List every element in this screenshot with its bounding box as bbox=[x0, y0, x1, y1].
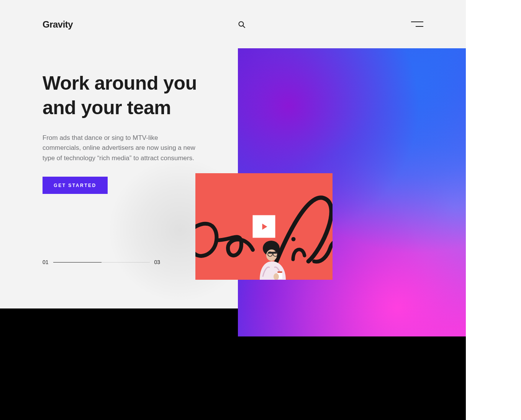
menu-button[interactable] bbox=[411, 21, 423, 27]
svg-line-1 bbox=[243, 26, 245, 28]
site-header: Gravity bbox=[0, 0, 466, 48]
person-illustration bbox=[256, 238, 292, 280]
hero-pager: 01 03 bbox=[43, 259, 160, 265]
search-button[interactable] bbox=[238, 21, 246, 28]
hero-subtext: From ads that dance or sing to MTV-like … bbox=[43, 133, 196, 163]
brand-logo[interactable]: Gravity bbox=[43, 19, 73, 30]
pager-progress[interactable] bbox=[53, 262, 150, 262]
play-button[interactable] bbox=[253, 215, 275, 238]
menu-icon bbox=[416, 26, 423, 27]
menu-icon bbox=[411, 21, 423, 22]
pager-current: 01 bbox=[43, 259, 49, 265]
hero-headline: Work around you and your team bbox=[43, 71, 211, 120]
search-icon bbox=[238, 21, 246, 28]
svg-rect-9 bbox=[277, 271, 282, 273]
get-started-button[interactable]: GET STARTED bbox=[43, 177, 108, 194]
hero-copy: Work around you and your team From ads t… bbox=[43, 71, 211, 163]
pager-total: 03 bbox=[154, 259, 161, 265]
video-thumbnail[interactable] bbox=[195, 173, 333, 280]
play-icon bbox=[262, 223, 267, 230]
svg-point-2 bbox=[292, 237, 296, 241]
